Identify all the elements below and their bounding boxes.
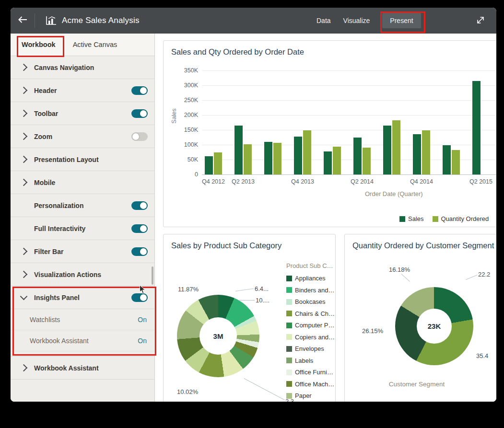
chevron-spacer — [21, 226, 26, 231]
back-button[interactable] — [11, 8, 35, 34]
workbook-assistant-status[interactable]: On — [138, 337, 147, 345]
gridline — [202, 70, 496, 71]
bar-quantity-ordered[interactable] — [422, 130, 430, 174]
legend-swatch — [286, 346, 292, 352]
bar-sales[interactable] — [353, 138, 362, 174]
legend-label: Appliances — [295, 275, 335, 282]
dashboard-canvas: Sales and Qty Ordered by Order Date Sale… — [155, 34, 496, 402]
chevron-right-icon[interactable] — [20, 87, 28, 94]
sidebar-item-watchlists[interactable]: Watchlists On — [11, 309, 154, 330]
legend-item[interactable]: Computer Peripherals — [286, 322, 335, 329]
bar-quantity-ordered[interactable] — [333, 147, 341, 174]
chevron-right-icon[interactable] — [20, 156, 28, 163]
zoom-toggle[interactable] — [131, 132, 148, 141]
bar-sales[interactable] — [443, 145, 451, 174]
slice-label: 11.87% — [178, 286, 199, 293]
legend-item[interactable]: Appliances — [286, 275, 335, 282]
tab-visualize[interactable]: Visualize — [343, 17, 370, 24]
bar-sales[interactable] — [413, 134, 421, 174]
bar-sales[interactable] — [264, 142, 272, 174]
chevron-right-icon[interactable] — [20, 64, 28, 71]
viz-card-product-subcategory: Sales by Product Sub Category 3M 11.87% … — [163, 234, 336, 402]
tab-active-canvas[interactable]: Active Canvas — [73, 41, 117, 48]
legend-item[interactable]: Office Machines — [286, 381, 335, 388]
chevron-right-icon[interactable] — [20, 179, 28, 186]
legend-item[interactable]: Labels — [286, 357, 335, 364]
legend-item[interactable]: Bookcases — [286, 298, 335, 305]
full-interactivity-toggle[interactable] — [131, 224, 148, 233]
tab-present[interactable]: Present — [382, 13, 421, 28]
legend-label-sales[interactable]: Sales — [408, 215, 424, 222]
sidebar-item-insights-panel[interactable]: Insights Panel — [11, 286, 154, 309]
viz-card-customer-segment: Quantity Ordered by Customer Segment 23K… — [344, 234, 496, 402]
bar-quantity-ordered[interactable] — [363, 148, 371, 174]
legend-swatch — [286, 334, 292, 340]
sidebar-item-presentation-layout[interactable]: Presentation Layout — [11, 148, 154, 171]
app-window: Acme Sales Analysis Data Visualize Prese… — [11, 8, 496, 402]
chevron-right-icon[interactable] — [20, 248, 28, 255]
sidebar-item-visualization-actions[interactable]: Visualization Actions — [11, 263, 154, 286]
sidebar-section-gap — [11, 351, 154, 357]
tab-data[interactable]: Data — [316, 17, 331, 24]
chevron-down-icon[interactable] — [20, 293, 28, 301]
header-toggle[interactable] — [131, 86, 148, 95]
sidebar-item-toolbar[interactable]: Toolbar — [11, 102, 154, 125]
chevron-right-icon[interactable] — [20, 133, 28, 140]
tab-workbook[interactable]: Workbook — [22, 41, 56, 48]
chevron-right-icon[interactable] — [20, 110, 28, 117]
watchlists-status[interactable]: On — [138, 316, 147, 324]
expand-icon[interactable] — [476, 16, 485, 26]
legend-label: Chairs & Chairmats — [295, 310, 335, 317]
sidebar-item-full-interactivity[interactable]: Full Interactivity — [11, 217, 154, 240]
sidebar-item-canvas-navigation[interactable]: Canvas Navigation — [11, 56, 154, 79]
bar-sales[interactable] — [324, 151, 332, 174]
y-tick-label: 0 — [195, 171, 198, 178]
insights-panel-toggle[interactable] — [131, 293, 148, 302]
personalization-toggle[interactable] — [131, 201, 148, 210]
bar-quantity-ordered[interactable] — [273, 143, 281, 174]
y-tick-label: 150K — [184, 127, 198, 133]
bar-sales[interactable] — [205, 156, 213, 174]
legend-label-quantity[interactable]: Quantity Ordered — [441, 215, 489, 222]
toolbar-toggle[interactable] — [131, 109, 148, 118]
bar-quantity-ordered[interactable] — [303, 130, 311, 174]
sidebar-item-workbook-assistant[interactable]: Workbook Assistant — [11, 357, 154, 380]
bar-sales[interactable] — [472, 81, 481, 174]
donut-chart-product-subcategory[interactable]: 3M — [177, 295, 259, 377]
bar-sales[interactable] — [234, 126, 243, 174]
legend-label: Binders and Binder Accessories — [295, 287, 335, 294]
bar-quantity-ordered[interactable] — [244, 144, 252, 174]
y-tick-label: 250K — [184, 97, 198, 104]
y-tick-label: 300K — [184, 82, 198, 89]
bar-sales[interactable] — [383, 126, 391, 174]
legend-item[interactable]: Paper — [286, 392, 335, 399]
legend-item[interactable]: Chairs & Chairmats — [286, 310, 335, 317]
bar-quantity-ordered[interactable] — [214, 152, 222, 175]
legend-item[interactable]: Binders and Binder Accessories — [286, 287, 335, 294]
sidebar-item-mobile[interactable]: Mobile — [11, 171, 154, 194]
filter-bar-toggle[interactable] — [131, 247, 148, 256]
sidebar-item-zoom[interactable]: Zoom — [11, 125, 154, 148]
bar-quantity-ordered[interactable] — [452, 150, 460, 174]
sidebar-item-header[interactable]: Header — [11, 79, 154, 102]
legend-item[interactable]: Copiers and Fax — [286, 334, 335, 341]
bar-chart-plot[interactable]: Q4 2012Q2 2013Q4 2013Q2 2014Q4 2014Q2 20… — [202, 70, 496, 174]
sidebar-item-workbook-assistant-setting[interactable]: Workbook Assistant On — [11, 330, 154, 351]
chevron-right-icon[interactable] — [20, 271, 28, 278]
y-tick-label: 350K — [184, 67, 198, 74]
legend-item[interactable]: Envelopes — [286, 345, 335, 352]
slice-label: 16.18% — [389, 266, 410, 273]
bar-quantity-ordered[interactable] — [392, 120, 400, 174]
legend-item[interactable]: Office Furnishings — [286, 369, 335, 376]
bar-sales[interactable] — [294, 137, 302, 174]
sidebar-item-personalization[interactable]: Personalization — [11, 194, 154, 217]
gridline — [202, 130, 496, 130]
chevron-right-icon[interactable] — [20, 364, 28, 372]
donut-chart-customer-segment[interactable]: 23K — [395, 287, 473, 365]
legend-swatch — [286, 393, 292, 399]
x-tick-label: Q4 2012 — [202, 178, 225, 185]
sidebar-scrollbar[interactable] — [152, 266, 153, 285]
legend-swatch — [286, 276, 292, 281]
sidebar-item-filter-bar[interactable]: Filter Bar — [11, 240, 154, 263]
leader-line — [239, 300, 255, 301]
